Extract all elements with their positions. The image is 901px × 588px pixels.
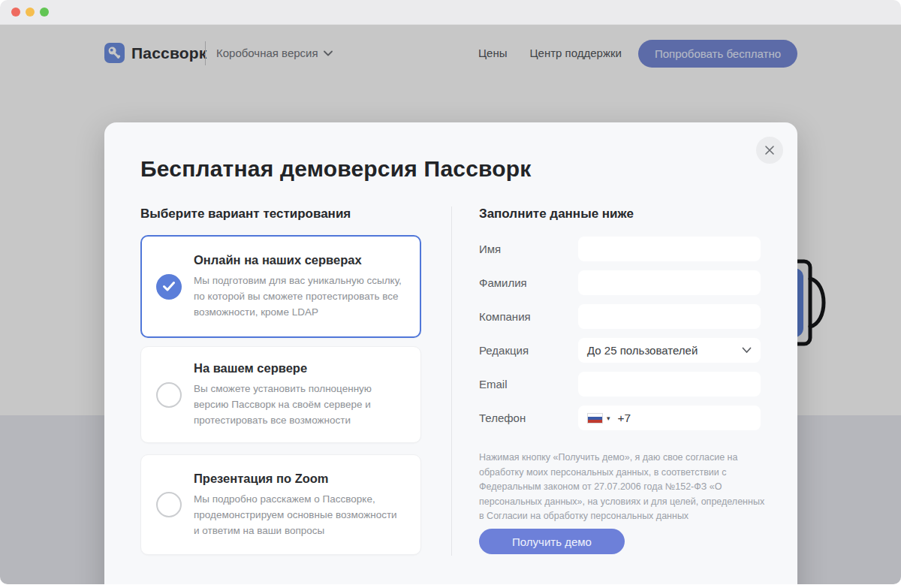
edition-select[interactable]: До 25 пользователей <box>578 338 761 363</box>
form-row-company: Компания <box>479 304 866 329</box>
demo-modal: Бесплатная демоверсия Пассворк Выберите … <box>104 122 797 584</box>
option-text: Онлайн на наших серверах Мы подготовим д… <box>194 253 402 320</box>
phone-input-box[interactable]: ▾ +7 <box>578 406 761 430</box>
chevron-down-icon <box>742 347 752 354</box>
page-background: Пассворк Коробочная версия Цены Центр по… <box>0 25 901 584</box>
edition-select-value: До 25 пользователей <box>587 344 742 357</box>
close-window-button[interactable] <box>11 8 20 17</box>
titlebar <box>0 0 901 25</box>
field-label: Фамилия <box>479 270 527 295</box>
option-title: Презентация по Zoom <box>194 472 402 486</box>
option-description: Мы подготовим для вас уникальную ссылку,… <box>194 273 402 320</box>
field-label: Компания <box>479 304 531 329</box>
modal-title: Бесплатная демоверсия Пассворк <box>140 156 532 182</box>
column-divider <box>451 207 452 556</box>
form-row-surname: Фамилия <box>479 270 866 295</box>
close-icon <box>764 145 775 155</box>
field-label: Email <box>479 372 508 397</box>
radio-unchecked-icon[interactable] <box>156 382 182 408</box>
options-heading: Выберите вариант тестирования <box>140 207 351 222</box>
minimize-window-button[interactable] <box>26 8 35 17</box>
get-demo-button[interactable]: Получить демо <box>479 529 625 554</box>
option-text: На вашем сервере Вы сможете установить п… <box>194 361 402 428</box>
russia-flag-icon[interactable] <box>587 413 603 424</box>
option-description: Вы сможете установить полноценную версию… <box>194 381 402 428</box>
surname-input[interactable] <box>578 270 761 295</box>
consent-text: Нажимая кнопку «Получить демо», я даю св… <box>479 451 767 524</box>
phone-prefix: +7 <box>618 412 631 425</box>
field-label: Телефон <box>479 406 526 430</box>
country-dropdown-caret-icon[interactable]: ▾ <box>607 415 610 422</box>
form-row-name: Имя <box>479 237 866 261</box>
browser-window: Пассворк Коробочная версия Цены Центр по… <box>0 0 901 588</box>
field-label: Редакция <box>479 338 529 363</box>
option-card-own-server[interactable]: На вашем сервере Вы сможете установить п… <box>140 346 421 443</box>
form-heading: Заполните данные ниже <box>479 207 634 222</box>
option-description: Мы подробно расскажем о Пассворке, проде… <box>194 491 402 538</box>
form-row-email: Email <box>479 372 866 397</box>
form-row-phone: Телефон ▾ +7 <box>479 406 866 430</box>
radio-checked-icon[interactable] <box>156 274 182 300</box>
option-card-zoom-presentation[interactable]: Презентация по Zoom Мы подробно расскаже… <box>140 454 421 555</box>
close-modal-button[interactable] <box>756 137 783 164</box>
field-label: Имя <box>479 237 501 261</box>
zoom-window-button[interactable] <box>40 8 49 17</box>
radio-unchecked-icon[interactable] <box>156 492 182 517</box>
form-row-edition: Редакция До 25 пользователей <box>479 338 866 363</box>
option-title: На вашем сервере <box>194 361 402 375</box>
name-input[interactable] <box>578 237 761 261</box>
option-card-online[interactable]: Онлайн на наших серверах Мы подготовим д… <box>140 235 421 338</box>
option-text: Презентация по Zoom Мы подробно расскаже… <box>194 472 402 538</box>
company-input[interactable] <box>578 304 761 329</box>
option-title: Онлайн на наших серверах <box>194 253 402 267</box>
email-input[interactable] <box>578 372 761 397</box>
